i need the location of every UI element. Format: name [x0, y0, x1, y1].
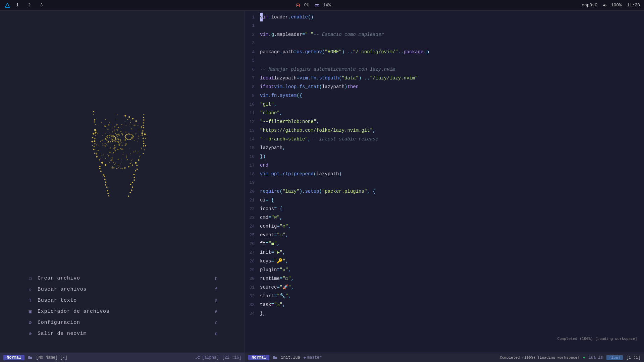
token: ) ..	[359, 74, 370, 82]
time-label: 11:28	[627, 3, 640, 8]
token: .	[277, 91, 279, 100]
volume-indicator: 100%	[603, 3, 622, 8]
cpu-indicator: 0%	[296, 3, 309, 8]
token: =	[277, 265, 279, 274]
token: -- latest stable release	[311, 135, 378, 143]
mode-indicator-right: Normal	[248, 355, 269, 360]
line-number: 8	[248, 83, 260, 92]
branch-info-right: ◆ master	[304, 355, 322, 360]
token: "🔑"	[274, 257, 285, 265]
token: cmd	[260, 213, 268, 222]
token: (	[319, 82, 322, 91]
menu-item-find-files[interactable]: ○ Buscar archivos f	[27, 284, 218, 295]
line-number: 25	[248, 231, 260, 240]
token: .	[316, 74, 319, 82]
code-line-10: 9 vim.fn.system({	[245, 91, 644, 100]
line-number: 12	[248, 118, 260, 126]
token: -- Manejar plugins automaticamente con l…	[260, 65, 395, 74]
token: ,	[316, 117, 319, 126]
volume-icon	[603, 3, 607, 8]
code-line-2: 1	[245, 21, 644, 30]
token: =	[280, 274, 282, 283]
line-number: 5	[248, 56, 260, 65]
menu-item-file-explorer[interactable]: ▣ Explorador de archivos e	[27, 306, 218, 317]
svg-rect-3	[316, 5, 316, 5]
neovim-logo	[72, 85, 173, 199]
line-number: 13	[248, 126, 260, 135]
line-number: 7	[248, 74, 260, 83]
token: mapleader	[277, 30, 302, 39]
line-number: 10	[248, 100, 260, 109]
menu-item-find-text[interactable]: T Buscar texto s	[27, 295, 218, 306]
line-number: 21	[248, 196, 260, 205]
line-number: 24	[248, 222, 260, 231]
svg-rect-1	[298, 5, 299, 6]
code-line-1: 1vim.loader.enable()	[245, 13, 644, 21]
config-key: c	[215, 320, 218, 325]
code-line-35: 34 },	[245, 309, 644, 318]
code-line-17: 16 })	[245, 152, 644, 161]
token: ..	[398, 48, 404, 56]
code-line-13: 12 "--filter=blob:none",	[245, 117, 644, 126]
line-number: 27	[248, 248, 260, 257]
tab-3[interactable]: 3	[38, 2, 45, 8]
code-line-27: 26 ft = "◼",	[245, 239, 644, 248]
token: "◇"	[280, 265, 288, 274]
code-line-18: 17end	[245, 161, 644, 170]
folder-icon-status-right	[273, 355, 277, 360]
token: ) ..	[342, 48, 353, 56]
completion-dot: ●	[583, 356, 585, 360]
menu-item-quit[interactable]: ⊗ Salir de neovim q	[27, 328, 218, 339]
token: package	[404, 48, 424, 56]
main-area: ☐ Crear archivo n ○ Buscar archivos f T …	[0, 11, 644, 353]
token: .	[268, 13, 271, 21]
code-line-25: 24 config = "⚙",	[245, 222, 644, 231]
token: .	[288, 13, 291, 21]
code-line-20: 19	[245, 178, 644, 187]
code-area[interactable]: 1vim.loader.enable()12vim.g.mapleader = …	[245, 11, 644, 353]
line-number: 28	[248, 257, 260, 266]
token: "◼"	[268, 239, 277, 248]
token: .	[308, 74, 311, 82]
cpu-icon	[296, 3, 300, 8]
filename-right: init.lua	[281, 355, 300, 360]
completion-overlay: Completed (100%) [Loading workspace]	[557, 337, 637, 341]
mem-icon	[315, 3, 319, 8]
token: (	[339, 74, 341, 82]
position-left: [22 :16]	[222, 355, 241, 360]
token: lazypath	[260, 143, 282, 152]
topbar-right: enp8s0 100% 11:28	[582, 3, 640, 8]
line-number: 1	[248, 13, 260, 22]
config-label: Configuracion	[38, 320, 80, 325]
token: "git"	[260, 100, 274, 109]
search-icon: ○	[27, 287, 34, 292]
folder-icon-status-left	[28, 355, 33, 360]
bottom-bar: Normal [No Name] [-] ⎇ [alpha] [22 :16] …	[0, 353, 644, 362]
token: .	[302, 48, 305, 56]
line-number: 33	[248, 301, 260, 309]
token: lazypath	[322, 82, 344, 91]
token: package	[260, 48, 280, 56]
line-number: 17	[248, 161, 260, 170]
token: v	[260, 13, 263, 21]
token: ,	[285, 257, 288, 265]
text-icon: T	[27, 298, 34, 303]
menu-item-create-file[interactable]: ☐ Crear archivo n	[27, 273, 218, 284]
token: =	[302, 30, 305, 39]
token: keys	[260, 257, 271, 265]
token: (	[319, 187, 322, 196]
token: ,	[288, 222, 291, 231]
token: .p	[423, 48, 429, 56]
token: "packer.plugins"	[322, 187, 367, 196]
menu-item-config[interactable]: ⚙ Configuracion c	[27, 317, 218, 328]
tab-1[interactable]: 1	[14, 2, 21, 8]
token: vim	[260, 91, 268, 100]
line-number: 20	[248, 187, 260, 196]
line-number: 4	[248, 48, 260, 57]
token: },	[260, 309, 266, 318]
code-line-3: 2vim.g.mapleader = " " -- Espacio como m…	[245, 30, 644, 39]
find-files-label: Buscar archivos	[38, 287, 87, 292]
tab-2[interactable]: 2	[26, 2, 33, 8]
code-line-9: 8if not vim.loop.fs_stat(lazypath) then	[245, 82, 644, 91]
svg-rect-4	[317, 5, 317, 5]
